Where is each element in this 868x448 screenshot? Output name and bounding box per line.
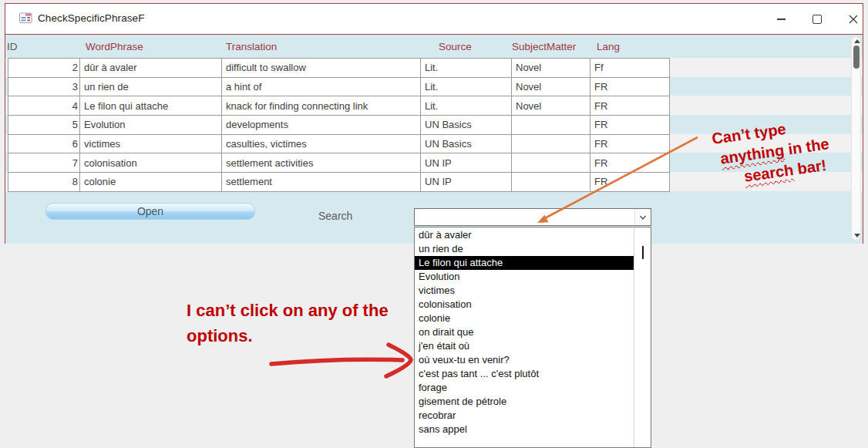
window-title: CheckSpecificPhraseF xyxy=(38,12,145,24)
dropdown-item[interactable]: forage xyxy=(415,381,634,395)
column-header-source[interactable]: Source xyxy=(439,41,472,52)
cell-source[interactable]: UN Basics xyxy=(421,116,512,135)
dropdown-item[interactable]: où veux-tu en venir? xyxy=(415,353,634,367)
maximize-button[interactable] xyxy=(806,9,828,29)
dropdown-item[interactable]: victimes xyxy=(415,284,634,298)
close-button[interactable] xyxy=(843,9,864,29)
cell-wordphrase[interactable]: victimes xyxy=(80,135,222,154)
scrollbar-thumb[interactable] xyxy=(853,45,860,69)
cell-wordphrase[interactable]: Le filon qui attache xyxy=(80,96,222,116)
cell-subjectmatter[interactable] xyxy=(512,153,590,173)
dropdown-item[interactable]: un rien de xyxy=(415,242,634,256)
scroll-up-icon[interactable] xyxy=(854,39,860,43)
titlebar: CheckSpecificPhraseF xyxy=(5,4,863,35)
scroll-down-icon[interactable] xyxy=(854,234,860,237)
cell-id[interactable]: 3 xyxy=(8,78,80,97)
cell-lang[interactable]: Ff xyxy=(590,59,670,78)
dropdown-item[interactable]: dûr à avaler xyxy=(415,228,634,242)
dropdown-item[interactable]: sans appel xyxy=(415,423,634,436)
cell-source[interactable]: Lit. xyxy=(421,96,512,116)
open-button[interactable]: Open xyxy=(45,203,255,220)
cell-id[interactable]: 8 xyxy=(8,173,80,192)
cell-subjectmatter[interactable]: Novel xyxy=(512,78,590,97)
cell-translation[interactable]: knack for finding connecting link xyxy=(222,96,421,116)
cell-id[interactable]: 2 xyxy=(8,59,80,78)
column-header-lang[interactable]: Lang xyxy=(597,41,620,52)
maximize-icon xyxy=(812,15,822,24)
chevron-down-icon xyxy=(638,212,648,223)
close-icon xyxy=(849,15,858,24)
column-header-translation[interactable]: Translation xyxy=(226,41,277,52)
cell-id[interactable]: 5 xyxy=(8,116,80,135)
cell-translation[interactable]: casulties, victimes xyxy=(222,135,421,154)
cell-source[interactable]: UN IP xyxy=(421,153,512,173)
cell-id[interactable]: 7 xyxy=(8,153,80,173)
cell-translation[interactable]: difficult to swallow xyxy=(222,59,421,78)
cell-wordphrase[interactable]: dûr à avaler xyxy=(80,59,222,78)
combo-dropdown-button[interactable] xyxy=(634,209,651,225)
datasheet: 2 dûr à avaler difficult to swallow Lit.… xyxy=(8,58,670,192)
cell-source[interactable]: UN IP xyxy=(421,173,512,192)
search-combobox[interactable] xyxy=(414,208,651,226)
cell-translation[interactable]: developments xyxy=(222,116,421,135)
red-arrow xyxy=(271,345,411,376)
column-header-id[interactable]: ID xyxy=(7,41,18,52)
cell-source[interactable]: Lit. xyxy=(421,59,512,78)
minimize-icon xyxy=(777,19,786,20)
dropdown-scrollbar-thumb[interactable] xyxy=(642,246,644,259)
column-header-wordphrase[interactable]: WordPhrase xyxy=(86,41,143,52)
annotation-cant-click: I can’t click on any of the options. xyxy=(187,298,389,349)
cell-source[interactable]: Lit. xyxy=(421,78,512,97)
dropdown-scrollbar[interactable] xyxy=(634,227,651,447)
cell-translation[interactable]: settlement activities xyxy=(222,153,421,173)
cell-subjectmatter[interactable] xyxy=(512,173,590,192)
search-label: Search xyxy=(318,210,352,222)
cell-translation[interactable]: a hint of xyxy=(222,78,421,97)
dropdown-item[interactable]: Evolution xyxy=(415,270,634,284)
cell-subjectmatter[interactable] xyxy=(512,135,590,154)
cell-lang[interactable]: FR xyxy=(590,153,670,173)
cell-lang[interactable]: FR xyxy=(590,78,670,97)
cell-lang[interactable]: FR xyxy=(590,116,670,135)
search-dropdown-list: dûr à avaler un rien de Le filon qui att… xyxy=(414,227,651,448)
cell-id[interactable]: 4 xyxy=(8,96,80,116)
cell-wordphrase[interactable]: colonie xyxy=(80,173,222,192)
cell-wordphrase[interactable]: Evolution xyxy=(80,116,222,135)
cell-subjectmatter[interactable]: Novel xyxy=(512,96,590,116)
access-form-icon xyxy=(19,12,32,24)
dropdown-items: dûr à avaler un rien de Le filon qui att… xyxy=(415,228,634,436)
dropdown-item[interactable]: j'en était où xyxy=(415,339,634,353)
dropdown-item[interactable]: colonie xyxy=(415,312,634,325)
cell-lang[interactable]: FR xyxy=(590,135,670,154)
dropdown-item-selected[interactable]: Le filon qui attache xyxy=(415,256,634,270)
cell-lang[interactable]: FR xyxy=(590,96,670,116)
cell-wordphrase[interactable]: un rien de xyxy=(80,78,222,97)
cell-id[interactable]: 6 xyxy=(8,135,80,154)
dropdown-item[interactable]: recobrar xyxy=(415,409,634,423)
dropdown-item[interactable]: c'est pas tant ... c'est plutôt xyxy=(415,367,634,381)
cell-source[interactable]: UN Basics xyxy=(421,135,512,154)
cell-subjectmatter[interactable] xyxy=(512,116,590,135)
cell-translation[interactable]: settlement xyxy=(222,173,421,192)
column-header-subjectmatter[interactable]: SubjectMatter xyxy=(512,41,576,52)
dropdown-item[interactable]: gisement de pétrole xyxy=(415,395,634,409)
cell-lang[interactable]: FR xyxy=(590,173,670,192)
dropdown-item[interactable]: colonisation xyxy=(415,298,634,312)
form-window: CheckSpecificPhraseF ID WordPhrase Trans… xyxy=(5,3,863,244)
cell-wordphrase[interactable]: colonisation xyxy=(80,153,222,173)
dropdown-item[interactable]: on dirait que xyxy=(415,325,634,339)
cell-subjectmatter[interactable]: Novel xyxy=(512,59,590,78)
minimize-button[interactable] xyxy=(770,9,792,29)
